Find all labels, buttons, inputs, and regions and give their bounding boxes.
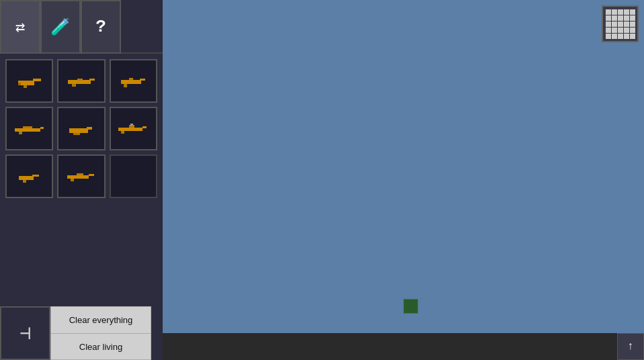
bottle-button[interactable]: 🧪 — [40, 0, 81, 54]
game-entity — [403, 299, 418, 314]
toolbar: ⇄ 🧪 ? — [0, 0, 163, 54]
toolbar-spacer — [121, 0, 163, 52]
svg-rect-12 — [15, 128, 40, 132]
svg-rect-30 — [77, 173, 83, 175]
weapon-icon-3 — [120, 75, 147, 88]
svg-rect-5 — [89, 79, 95, 81]
svg-rect-29 — [71, 179, 74, 181]
item-cell-6[interactable] — [110, 107, 157, 150]
items-grid — [0, 54, 163, 306]
svg-rect-19 — [118, 128, 143, 131]
weapon-icon-1 — [17, 74, 42, 89]
exit-icon: ⊣ — [19, 322, 31, 345]
svg-rect-21 — [121, 131, 124, 134]
game-canvas[interactable] — [163, 0, 644, 333]
svg-rect-11 — [129, 78, 133, 80]
item-cell-4[interactable] — [5, 107, 53, 150]
question-button[interactable]: ? — [81, 0, 121, 54]
svg-rect-25 — [32, 175, 39, 177]
context-menu: Clear everything Clear living — [50, 306, 151, 360]
svg-rect-16 — [69, 128, 88, 133]
svg-rect-3 — [18, 83, 21, 85]
svg-rect-6 — [72, 84, 76, 87]
svg-rect-1 — [33, 79, 41, 81]
question-icon: ? — [95, 17, 106, 37]
svg-rect-15 — [23, 126, 32, 128]
item-cell-2[interactable] — [57, 59, 105, 103]
svg-rect-10 — [124, 84, 127, 87]
svg-rect-26 — [23, 180, 26, 183]
svg-rect-20 — [143, 126, 147, 128]
svg-rect-27 — [67, 175, 89, 179]
weapon-icon-2 — [67, 75, 96, 87]
svg-rect-14 — [19, 132, 22, 134]
item-cell-1[interactable] — [5, 59, 53, 103]
grid-icon — [606, 9, 635, 39]
item-cell-8[interactable] — [57, 154, 105, 198]
weapon-icon-7 — [17, 170, 42, 183]
clear-living-button[interactable]: Clear living — [50, 333, 151, 360]
weapon-icon-8 — [67, 171, 95, 182]
bottle-icon: 🧪 — [50, 17, 71, 37]
bottom-right-icon[interactable]: ↑ — [617, 333, 644, 360]
weapon-icon-5 — [68, 123, 95, 135]
svg-rect-8 — [121, 80, 141, 84]
svg-rect-7 — [77, 79, 83, 81]
svg-rect-13 — [40, 127, 44, 129]
bottom-bar: ↑ — [163, 333, 644, 360]
item-cell-3[interactable] — [110, 59, 157, 103]
svg-rect-9 — [140, 79, 145, 81]
item-cell-5[interactable] — [57, 107, 105, 150]
swap-icon: ⇄ — [15, 17, 25, 37]
svg-rect-17 — [87, 127, 92, 130]
exit-button[interactable]: ⊣ — [0, 306, 50, 360]
clear-everything-button[interactable]: Clear everything — [50, 306, 151, 333]
weapon-icon-4 — [15, 123, 44, 135]
svg-rect-28 — [89, 174, 94, 176]
svg-rect-2 — [24, 85, 27, 88]
grid-toggle-button[interactable] — [602, 5, 639, 42]
swap-button[interactable]: ⇄ — [0, 0, 40, 54]
svg-rect-23 — [130, 124, 133, 126]
weapon-icon-6 — [118, 124, 148, 134]
svg-rect-18 — [73, 133, 80, 135]
sidebar: ⇄ 🧪 ? — [0, 0, 163, 360]
item-cell-9[interactable] — [110, 154, 157, 198]
sidebar-bottom: ⊣ Clear everything Clear living — [0, 306, 163, 360]
svg-rect-24 — [19, 176, 34, 180]
upload-icon: ↑ — [627, 341, 634, 353]
item-cell-7[interactable] — [5, 154, 53, 198]
